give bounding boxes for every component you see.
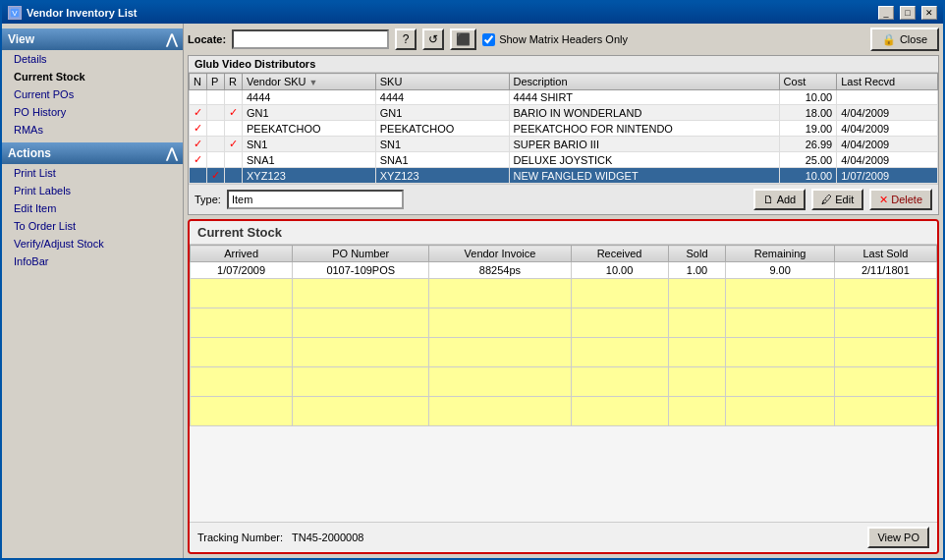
locate-input[interactable] — [232, 29, 389, 49]
refresh-button[interactable]: ↺ — [422, 28, 444, 50]
col-p-cell — [207, 137, 225, 152]
table-row[interactable]: ✓ SNA1 SNA1 DELUXE JOYSTICK 25.00 4/04/2… — [190, 152, 938, 168]
col-sku-cell: SNA1 — [375, 152, 509, 168]
col-last-recvd-cell: 4/04/2009 — [837, 105, 938, 121]
view-po-button[interactable]: View PO — [867, 527, 929, 548]
col-cost-cell: 19.00 — [779, 121, 837, 137]
col-last-recvd-cell: 4/04/2009 — [837, 137, 938, 152]
minimize-button[interactable]: _ — [878, 6, 894, 20]
vendor-title: Glub Video Distributors — [189, 56, 938, 73]
col-vendor-sku[interactable]: Vendor SKU ▼ — [243, 74, 376, 90]
table-row[interactable]: 4444 4444 4444 SHIRT 10.00 — [190, 90, 938, 105]
col-description-cell: SUPER BARIO III — [509, 137, 779, 152]
cs-table-area: Arrived PO Number Vendor Invoice Receive… — [190, 245, 937, 522]
col-n-cell: ✓ — [190, 121, 207, 137]
table-row[interactable]: ✓ XYZ123 XYZ123 NEW FANGLED WIDGET 10.00… — [190, 168, 938, 184]
sidebar-item-current-stock[interactable]: Current Stock — [2, 68, 183, 85]
cs-col-received: Received — [571, 246, 668, 262]
actions-section-header[interactable]: Actions ⋀ — [2, 142, 183, 164]
type-input[interactable] — [227, 190, 404, 209]
current-stock-table: Arrived PO Number Vendor Invoice Receive… — [190, 245, 937, 426]
col-r: R — [225, 74, 243, 90]
col-description-cell: PEEKATCHOO FOR NINTENDO — [509, 121, 779, 137]
col-vendor-sku-cell: 4444 — [243, 90, 376, 105]
view-chevron-icon: ⋀ — [166, 31, 177, 47]
add-icon: 🗋 — [763, 194, 774, 205]
col-sku-cell: SN1 — [375, 137, 509, 152]
sidebar-item-details[interactable]: Details — [2, 50, 183, 68]
col-r-cell — [225, 90, 243, 105]
tracking-number: TN45-2000008 — [292, 532, 363, 543]
cs-col-po-number: PO Number — [293, 246, 429, 262]
col-last-recvd-cell: 4/04/2009 — [837, 152, 938, 168]
col-vendor-sku-cell: SN1 — [243, 137, 376, 152]
col-r-cell — [225, 168, 243, 184]
col-n-cell: ✓ — [190, 152, 207, 168]
table-row — [191, 308, 937, 338]
cs-col-arrived: Arrived — [191, 246, 293, 262]
col-sku-cell: 4444 — [375, 90, 509, 105]
col-last-recvd-cell: 1/07/2009 — [837, 168, 938, 184]
col-cost-cell: 10.00 — [779, 90, 837, 105]
view-section-label: View — [8, 32, 34, 46]
col-cost-cell: 18.00 — [779, 105, 837, 121]
type-label: Type: — [195, 194, 221, 205]
col-last-recvd-cell: 4/04/2009 — [837, 121, 938, 137]
sort-arrow-icon: ▼ — [309, 78, 318, 87]
table-row — [191, 338, 937, 367]
view-section: View ⋀ Details Current Stock Current POs… — [2, 28, 183, 139]
col-r-cell — [225, 121, 243, 137]
help-button[interactable]: ? — [395, 28, 417, 50]
maximize-button[interactable]: □ — [900, 6, 916, 20]
window-close-button[interactable]: ✕ — [921, 6, 937, 20]
col-cost-cell: 26.99 — [779, 137, 837, 152]
table-row[interactable]: ✓ ✓ GN1 GN1 BARIO IN WONDERLAND 18.00 4/… — [190, 105, 938, 121]
col-vendor-sku-cell: SNA1 — [243, 152, 376, 168]
edit-icon: 🖊 — [821, 194, 832, 205]
col-p: P — [207, 74, 225, 90]
cs-vendor-invoice-cell: 88254ps — [429, 262, 571, 279]
table-row[interactable]: ✓ PEEKATCHOO PEEKATCHOO PEEKATCHOO FOR N… — [190, 121, 938, 137]
vendor-table: N P R Vendor SKU ▼ SKU Description Cost … — [189, 73, 938, 184]
add-button[interactable]: 🗋 Add — [753, 189, 806, 210]
sidebar-item-edit-item[interactable]: Edit Item — [2, 199, 183, 217]
sidebar-item-print-list[interactable]: Print List — [2, 164, 183, 182]
col-sku-cell: GN1 — [375, 105, 509, 121]
col-p-cell — [207, 121, 225, 137]
delete-icon: ✕ — [879, 194, 888, 206]
table-row — [191, 367, 937, 397]
back-button[interactable]: ⬛ — [450, 28, 476, 50]
sidebar-item-current-pos[interactable]: Current POs — [2, 85, 183, 103]
sidebar-item-rmas[interactable]: RMAs — [2, 121, 183, 139]
show-matrix-checkbox[interactable] — [482, 33, 495, 46]
current-stock-title: Current Stock — [190, 221, 937, 245]
cs-sold-cell: 1.00 — [668, 262, 726, 279]
sidebar-item-po-history[interactable]: PO History — [2, 103, 183, 121]
col-n: N — [190, 74, 207, 90]
delete-button[interactable]: ✕ Delete — [869, 189, 932, 210]
edit-button[interactable]: 🖊 Edit — [811, 189, 863, 210]
cs-col-last-sold: Last Sold — [834, 246, 936, 262]
col-n-cell: ✓ — [190, 137, 207, 152]
cs-footer: Tracking Number: TN45-2000008 View PO — [190, 522, 937, 552]
sidebar-item-verify-adjust-stock[interactable]: Verify/Adjust Stock — [2, 235, 183, 252]
cs-received-cell: 10.00 — [571, 262, 668, 279]
table-row[interactable]: ✓ ✓ SN1 SN1 SUPER BARIO III 26.99 4/04/2… — [190, 137, 938, 152]
table-row[interactable]: 1/07/2009 0107-109POS 88254ps 10.00 1.00… — [191, 262, 937, 279]
close-button[interactable]: 🔒 Close — [870, 28, 939, 51]
sidebar-item-to-order-list[interactable]: To Order List — [2, 217, 183, 235]
col-r-cell: ✓ — [225, 137, 243, 152]
window-frame: V Vendor Inventory List _ □ ✕ View ⋀ Det… — [0, 0, 945, 560]
view-section-header[interactable]: View ⋀ — [2, 28, 183, 50]
sidebar: View ⋀ Details Current Stock Current POs… — [2, 24, 184, 558]
cs-last-sold-cell: 2/11/1801 — [834, 262, 936, 279]
title-bar: V Vendor Inventory List _ □ ✕ — [2, 2, 943, 24]
cs-col-sold: Sold — [668, 246, 726, 262]
svg-text:V: V — [12, 9, 18, 18]
toolbar-row: Locate: ? ↺ ⬛ Show Matrix Headers Only 🔒… — [188, 28, 939, 51]
sidebar-item-infobar[interactable]: InfoBar — [2, 252, 183, 270]
col-cost-cell: 25.00 — [779, 152, 837, 168]
sidebar-item-print-labels[interactable]: Print Labels — [2, 182, 183, 199]
col-n-cell: ✓ — [190, 105, 207, 121]
col-r-cell — [225, 152, 243, 168]
